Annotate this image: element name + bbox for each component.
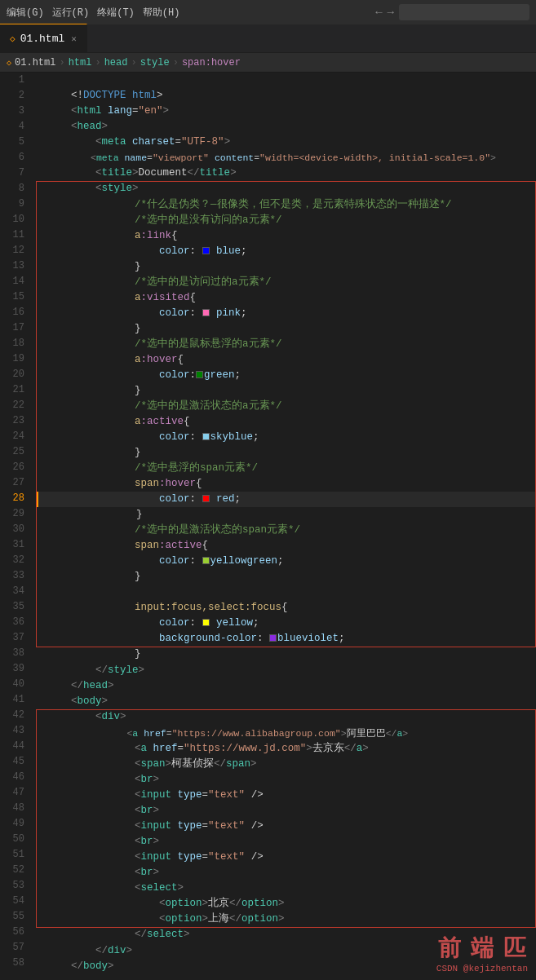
gt: > bbox=[108, 960, 114, 972]
attr-href2: href bbox=[153, 743, 178, 754]
gt: > bbox=[153, 805, 160, 816]
eq: = bbox=[202, 789, 209, 801]
close-brace: } bbox=[135, 261, 141, 272]
lt: < bbox=[95, 711, 102, 722]
gt: > bbox=[153, 867, 160, 878]
breadcrumb-sep-4: › bbox=[173, 57, 179, 68]
tag-option1: option bbox=[166, 898, 202, 909]
semi: ; bbox=[277, 555, 284, 567]
line-num-51: 51 bbox=[0, 847, 24, 863]
swatch-green bbox=[196, 371, 203, 378]
tag-select: select bbox=[141, 882, 178, 894]
tag-html: html bbox=[78, 105, 102, 117]
tag-br4: br bbox=[141, 867, 153, 878]
close-brace: } bbox=[135, 648, 141, 660]
indent bbox=[86, 633, 159, 644]
line-num-14: 14 bbox=[0, 274, 24, 289]
str-text3: "text" bbox=[208, 851, 245, 863]
close-brace: } bbox=[135, 385, 141, 396]
menu-bar[interactable]: 编辑(G) 运行(R) 终端(T) 帮助(H) bbox=[7, 6, 179, 20]
line-num-27: 27 bbox=[0, 475, 24, 491]
indent bbox=[86, 230, 135, 241]
swatch-blue bbox=[202, 247, 210, 254]
lt: < bbox=[135, 867, 141, 878]
brace: { bbox=[171, 230, 178, 241]
tag-title: title bbox=[102, 167, 133, 179]
lt: < bbox=[71, 121, 78, 132]
search-input[interactable] bbox=[399, 4, 529, 20]
lt-close: </ bbox=[229, 898, 241, 909]
colon: : bbox=[190, 617, 202, 629]
tag-title-close: title bbox=[200, 167, 231, 179]
breadcrumb-pseudo[interactable]: span:hover bbox=[182, 57, 241, 68]
breadcrumb-file[interactable]: 01.html bbox=[15, 57, 55, 68]
tab-close-button[interactable]: ✕ bbox=[71, 33, 77, 44]
line-num-21: 21 bbox=[0, 382, 24, 398]
lt-close: </ bbox=[214, 758, 226, 770]
line-num-15: 15 bbox=[0, 289, 24, 305]
indent bbox=[86, 385, 135, 396]
attr-charset: charset bbox=[132, 136, 175, 148]
breadcrumb-html[interactable]: html bbox=[69, 57, 92, 68]
nav-forward-button[interactable]: → bbox=[388, 6, 394, 19]
indent bbox=[86, 867, 135, 878]
line-num-38: 38 bbox=[0, 646, 24, 661]
prop-color4: color bbox=[159, 431, 190, 443]
gt: > bbox=[132, 167, 139, 179]
nav-back-button[interactable]: ← bbox=[375, 6, 382, 19]
sel-visited: a bbox=[135, 292, 141, 303]
line-num-39: 39 bbox=[0, 661, 24, 677]
menu-help[interactable]: 帮助(H) bbox=[143, 6, 180, 20]
gt: > bbox=[341, 728, 347, 739]
indent bbox=[71, 664, 95, 676]
tab-01html[interactable]: ◇ 01.html ✕ bbox=[0, 24, 87, 52]
breadcrumb-sep-1: › bbox=[59, 57, 64, 68]
eq: = bbox=[132, 105, 139, 117]
tag-option2-close: option bbox=[241, 913, 278, 925]
space bbox=[126, 136, 133, 148]
tag-br3: br bbox=[141, 836, 153, 847]
text-span1: 柯基侦探 bbox=[171, 758, 214, 770]
self-close: /> bbox=[245, 789, 264, 801]
tag-input1: input bbox=[141, 789, 172, 801]
indent bbox=[86, 774, 135, 785]
menu-run[interactable]: 运行(R) bbox=[52, 6, 90, 20]
tag-select-close: select bbox=[147, 929, 184, 940]
attr-lang: lang bbox=[108, 105, 132, 117]
line-num-45: 45 bbox=[0, 754, 24, 770]
prop-color6: color bbox=[159, 555, 190, 567]
indent bbox=[87, 509, 136, 520]
comment-29: /*选中的是激活状态的span元素*/ bbox=[135, 524, 300, 536]
lt: < bbox=[135, 743, 141, 754]
colon: : bbox=[190, 245, 202, 257]
line-num-26: 26 bbox=[0, 460, 24, 475]
tag-input3: input bbox=[141, 851, 172, 863]
gt2: > bbox=[250, 758, 257, 770]
val-red: red bbox=[210, 493, 235, 505]
indent bbox=[86, 416, 135, 427]
menu-edit[interactable]: 编辑(G) bbox=[7, 6, 44, 20]
lt-close: </ bbox=[95, 945, 108, 956]
code-editor[interactable]: 1 2 3 4 5 6 7 8 9 10 11 12 13 14 15 16 1… bbox=[0, 73, 536, 974]
text-shanghai: 上海 bbox=[208, 913, 229, 925]
colon: : bbox=[190, 369, 197, 381]
line-num-57: 57 bbox=[0, 940, 24, 956]
breadcrumb-head[interactable]: head bbox=[104, 57, 128, 68]
lt-close: </ bbox=[71, 680, 83, 691]
gt: > bbox=[153, 774, 160, 785]
line-num-47: 47 bbox=[0, 785, 24, 801]
prop-bgcolor: background-color bbox=[159, 633, 257, 644]
indent bbox=[71, 183, 95, 194]
indent bbox=[86, 276, 135, 288]
line-num-36: 36 bbox=[0, 615, 24, 630]
lt: < bbox=[135, 758, 141, 770]
text-beijing: 北京 bbox=[208, 898, 229, 909]
menu-terminal[interactable]: 终端(T) bbox=[97, 6, 135, 20]
gt: > bbox=[184, 929, 190, 940]
indent bbox=[86, 214, 135, 226]
line-num-4: 4 bbox=[0, 119, 24, 135]
colon: : bbox=[190, 555, 202, 567]
breadcrumb-style[interactable]: style bbox=[140, 57, 170, 68]
gt: > bbox=[102, 121, 109, 132]
val-yellow: yellow bbox=[210, 617, 254, 629]
